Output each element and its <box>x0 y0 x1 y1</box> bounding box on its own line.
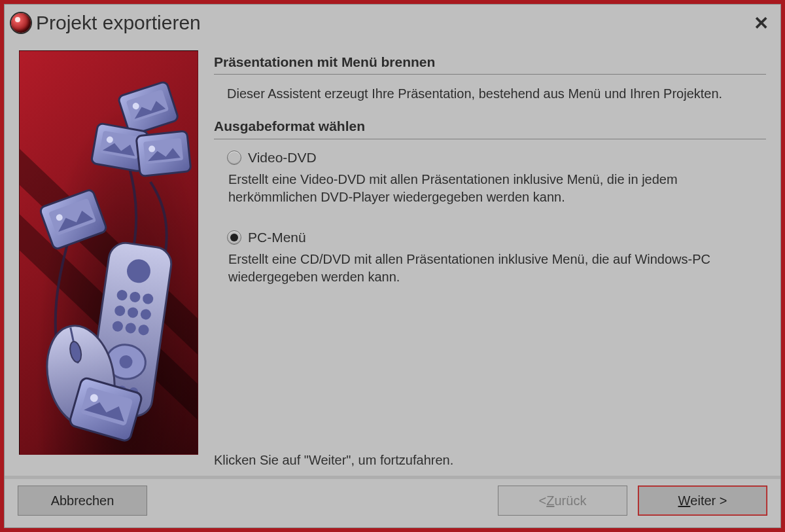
button-label: Abbrechen <box>51 493 114 508</box>
button-prefix: < <box>539 493 547 508</box>
dialog: Projekt exportieren ✕ <box>4 4 781 528</box>
continue-hint: Klicken Sie auf "Weiter", um fortzufahre… <box>214 452 766 469</box>
option-label: Video-DVD <box>248 149 317 167</box>
section-heading-burn: Präsentationen mit Menü brennen <box>214 53 766 75</box>
radio-pc-menu[interactable] <box>227 230 241 245</box>
photo-stack-icon <box>91 81 191 177</box>
intro-text: Dieser Assistent erzeugt Ihre Präsentati… <box>227 85 737 103</box>
option-pc-menu[interactable]: PC-Menü Erstellt eine CD/DVD mit allen P… <box>227 228 737 295</box>
option-desc: Erstellt eine CD/DVD mit allen Präsentat… <box>228 251 737 286</box>
window-frame: Projekt exportieren ✕ <box>0 0 785 532</box>
titlebar: Projekt exportieren ✕ <box>5 5 780 39</box>
wizard-illustration <box>19 50 198 455</box>
dialog-title: Projekt exportieren <box>36 12 749 34</box>
button-row: Abbrechen < Zurück Weiter > <box>5 476 780 527</box>
cancel-button[interactable]: Abbrechen <box>18 486 147 516</box>
content-area: Präsentationen mit Menü brennen Dieser A… <box>5 39 780 476</box>
app-icon <box>11 13 31 33</box>
button-mnemonic: W <box>678 493 690 508</box>
option-video-dvd[interactable]: Video-DVD Erstellt eine Video-DVD mit al… <box>227 149 737 215</box>
button-mnemonic: Z <box>546 493 554 508</box>
button-rest: urück <box>555 493 587 508</box>
button-rest: eiter > <box>690 493 727 508</box>
next-button[interactable]: Weiter > <box>638 486 767 516</box>
section-heading-format: Ausgabeformat wählen <box>214 117 766 139</box>
close-button[interactable]: ✕ <box>749 12 773 34</box>
illustration-svg <box>20 51 198 454</box>
option-label: PC-Menü <box>248 228 306 247</box>
option-desc: Erstellt eine Video-DVD mit allen Präsen… <box>228 171 737 206</box>
radio-video-dvd[interactable] <box>227 151 241 165</box>
back-button: < Zurück <box>498 486 627 516</box>
wizard-main: Präsentationen mit Menü brennen Dieser A… <box>214 50 766 470</box>
